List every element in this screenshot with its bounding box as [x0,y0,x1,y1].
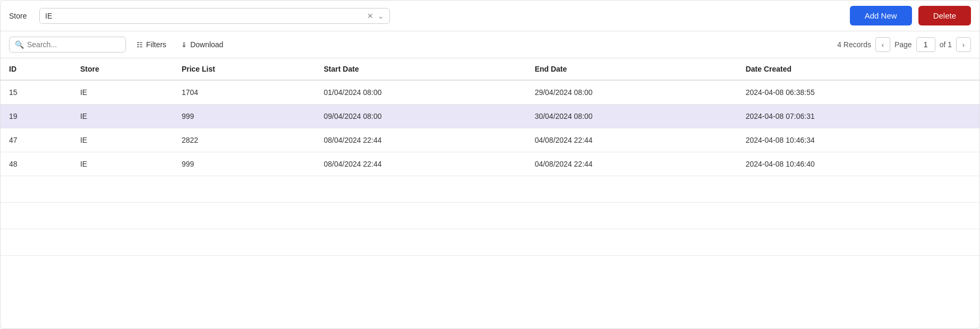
page-number-input[interactable] [916,37,935,52]
add-new-button[interactable]: Add New [850,6,912,25]
main-container: Store IE ✕ ⌄ Add New Delete 🔍 ☷ Filters … [0,0,980,329]
search-box[interactable]: 🔍 [9,37,126,53]
empty-cell [316,203,526,229]
store-dropdown-button[interactable]: ⌄ [378,12,384,20]
empty-cell [72,203,173,229]
cell-id: 48 [1,152,72,176]
table-row[interactable]: 48IE99908/04/2024 22:4404/08/2024 22:442… [1,152,979,176]
table-row-empty [1,229,979,256]
cell-id: 19 [1,105,72,128]
empty-cell [1,176,72,203]
store-select-icons: ✕ ⌄ [367,12,384,20]
download-label: Download [190,40,223,49]
col-date-created: Date Created [737,58,979,80]
cell-start-date: 09/04/2024 08:00 [316,105,526,128]
empty-cell [526,203,737,229]
cell-id: 15 [1,80,72,105]
empty-cell [316,229,526,256]
empty-cell [1,203,72,229]
cell-store: IE [72,80,173,105]
cell-start-date: 08/04/2024 22:44 [316,128,526,152]
download-button[interactable]: ⇓ Download [177,37,227,52]
table-row[interactable]: 19IE99909/04/2024 08:0030/04/2024 08:002… [1,105,979,128]
top-bar: Store IE ✕ ⌄ Add New Delete [1,1,979,31]
cell-price-list: 2822 [173,128,316,152]
cell-end-date: 29/04/2024 08:00 [526,80,737,105]
col-end-date: End Date [526,58,737,80]
empty-cell [737,203,979,229]
table-row[interactable]: 47IE282208/04/2024 22:4404/08/2024 22:44… [1,128,979,152]
empty-cell [316,176,526,203]
empty-cell [173,203,316,229]
store-select-value: IE [45,12,367,20]
cell-price-list: 999 [173,105,316,128]
col-store: Store [72,58,173,80]
download-icon: ⇓ [181,41,187,49]
col-start-date: Start Date [316,58,526,80]
search-icon: 🔍 [15,40,24,49]
prev-page-button[interactable]: ‹ [875,37,890,52]
store-label: Store [9,12,33,20]
cell-date-created: 2024-04-08 06:38:55 [737,80,979,105]
cell-start-date: 08/04/2024 22:44 [316,152,526,176]
records-count: 4 Records [837,40,871,49]
page-label: Page [894,40,912,49]
empty-cell [737,176,979,203]
filters-icon: ☷ [137,41,143,49]
empty-cell [173,229,316,256]
empty-cell [526,229,737,256]
cell-store: IE [72,152,173,176]
cell-end-date: 30/04/2024 08:00 [526,105,737,128]
cell-start-date: 01/04/2024 08:00 [316,80,526,105]
cell-store: IE [72,128,173,152]
data-table: ID Store Price List Start Date End Date … [1,58,979,256]
table-row[interactable]: 15IE170401/04/2024 08:0029/04/2024 08:00… [1,80,979,105]
next-page-button[interactable]: › [956,37,971,52]
cell-store: IE [72,105,173,128]
toolbar: 🔍 ☷ Filters ⇓ Download 4 Records ‹ Page … [1,31,979,58]
empty-cell [72,176,173,203]
table-header-row: ID Store Price List Start Date End Date … [1,58,979,80]
empty-cell [526,176,737,203]
filters-label: Filters [146,40,166,49]
page-of-label: of 1 [940,40,952,49]
table-row-empty [1,203,979,229]
delete-button[interactable]: Delete [918,6,971,25]
search-input[interactable] [27,40,120,49]
cell-date-created: 2024-04-08 10:46:34 [737,128,979,152]
cell-id: 47 [1,128,72,152]
col-price-list: Price List [173,58,316,80]
store-select[interactable]: IE ✕ ⌄ [39,8,390,24]
empty-cell [737,229,979,256]
store-clear-button[interactable]: ✕ [367,12,373,20]
cell-price-list: 1704 [173,80,316,105]
filters-button[interactable]: ☷ Filters [132,37,171,52]
cell-date-created: 2024-04-08 10:46:40 [737,152,979,176]
empty-cell [173,176,316,203]
cell-end-date: 04/08/2024 22:44 [526,152,737,176]
cell-price-list: 999 [173,152,316,176]
empty-cell [1,229,72,256]
table-row-empty [1,176,979,203]
cell-end-date: 04/08/2024 22:44 [526,128,737,152]
pagination-area: 4 Records ‹ Page of 1 › [837,37,971,52]
cell-date-created: 2024-04-08 07:06:31 [737,105,979,128]
col-id: ID [1,58,72,80]
empty-cell [72,229,173,256]
